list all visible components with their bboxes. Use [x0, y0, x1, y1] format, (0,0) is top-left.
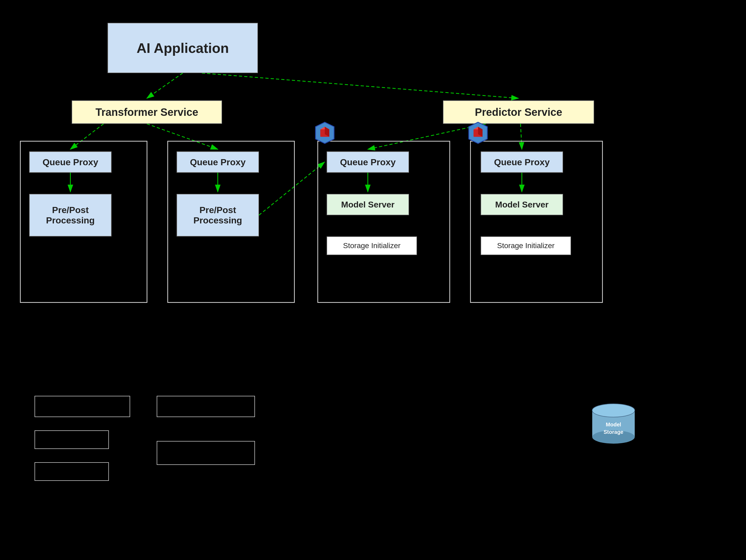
queue-proxy-4: Queue Proxy [481, 151, 563, 173]
ai-application-box: AI Application [108, 23, 258, 73]
storage-init-4-label: Storage Initializer [497, 242, 554, 250]
queue-proxy-2: Queue Proxy [177, 151, 259, 173]
storage-initializer-3: Storage Initializer [327, 236, 417, 255]
prepost-2-label: Pre/PostProcessing [193, 205, 242, 226]
queue-proxy-1: Queue Proxy [29, 151, 112, 173]
transformer-service-box: Transformer Service [72, 101, 222, 124]
queue-proxy-3: Queue Proxy [327, 151, 409, 173]
legend-box-4 [157, 396, 255, 417]
storage-init-3-label: Storage Initializer [343, 242, 401, 250]
model-server-4: Model Server [481, 194, 563, 215]
prepost-1-label: Pre/PostProcessing [46, 205, 94, 226]
svg-line-1 [147, 73, 183, 98]
queue-proxy-1-label: Queue Proxy [42, 157, 98, 167]
svg-line-2 [202, 73, 518, 98]
hex-icon-4 [466, 121, 490, 145]
legend-box-1 [34, 396, 130, 417]
hex-icon-3 [313, 121, 337, 145]
predictor-service-label: Predictor Service [475, 106, 562, 118]
svg-text:Model: Model [606, 422, 621, 427]
legend-box-2 [34, 430, 109, 449]
model-storage: Model Storage [579, 393, 648, 454]
transformer-service-label: Transformer Service [95, 106, 198, 118]
legend-box-5 [157, 441, 255, 465]
ai-application-label: AI Application [137, 40, 229, 56]
legend-box-3 [34, 462, 109, 481]
svg-text:Storage: Storage [604, 429, 623, 435]
predictor-service-box: Predictor Service [443, 101, 594, 124]
prepost-processing-2: Pre/PostProcessing [177, 194, 259, 236]
model-server-3: Model Server [327, 194, 409, 215]
model-server-4-label: Model Server [495, 200, 549, 209]
queue-proxy-2-label: Queue Proxy [190, 157, 246, 167]
queue-proxy-3-label: Queue Proxy [340, 157, 396, 167]
storage-initializer-4: Storage Initializer [481, 236, 571, 255]
prepost-processing-1: Pre/PostProcessing [29, 194, 112, 236]
model-server-3-label: Model Server [341, 200, 395, 209]
queue-proxy-4-label: Queue Proxy [494, 157, 550, 167]
